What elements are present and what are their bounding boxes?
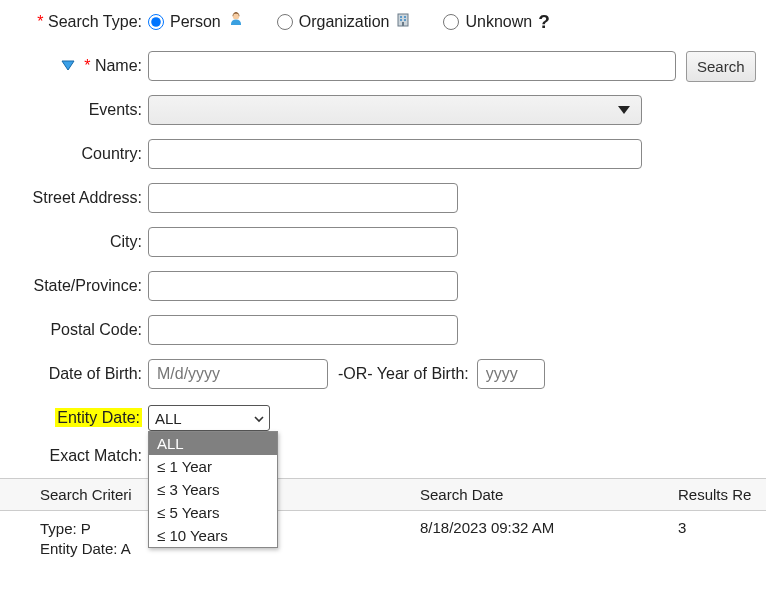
radio-person-label: Person [170,13,221,31]
or-yob-label: -OR- Year of Birth: [338,365,469,383]
svg-rect-3 [400,16,402,18]
events-label: Events: [0,101,148,119]
col-header-date: Search Date [410,479,668,510]
dropdown-option-all[interactable]: ALL [149,432,277,455]
svg-marker-8 [62,61,74,70]
radio-person-input[interactable] [148,14,164,30]
radio-unknown-label: Unknown [465,13,532,31]
radio-unknown[interactable]: Unknown ? [443,11,549,33]
name-label-col: * Name: [0,57,148,76]
street-input[interactable] [148,183,458,213]
entity-date-selected-value: ALL [155,410,182,427]
results-header-row: Search Criteri Search Date Results Re [0,478,766,511]
svg-rect-5 [400,19,402,21]
collapse-toggle-icon[interactable] [60,57,76,75]
radio-person[interactable]: Person [148,11,245,33]
dropdown-option-3yr[interactable]: ≤ 3 Years [149,478,277,501]
entity-date-dropdown: ALL ≤ 1 Year ≤ 3 Years ≤ 5 Years ≤ 10 Ye… [148,431,278,548]
radio-unknown-input[interactable] [443,14,459,30]
question-icon: ? [538,11,550,33]
results-row[interactable]: Type: P Entity Date: A 8/18/2023 09:32 A… [0,511,766,568]
building-icon [395,12,411,32]
svg-rect-7 [402,22,404,26]
city-label: City: [0,233,148,251]
search-type-label: * Search Type: [0,13,148,31]
entity-date-select[interactable]: ALL ALL ≤ 1 Year ≤ 3 Years ≤ 5 Years ≤ 1… [148,405,270,431]
state-label: State/Province: [0,277,148,295]
caret-down-icon [617,101,631,119]
entity-date-label: Entity Date: [55,408,142,427]
search-button[interactable]: Search [686,51,756,82]
yob-input[interactable] [477,359,545,389]
state-input[interactable] [148,271,458,301]
country-label: Country: [0,145,148,163]
radio-organization[interactable]: Organization [277,12,412,32]
dropdown-option-5yr[interactable]: ≤ 5 Years [149,501,277,524]
person-icon [227,11,245,33]
dob-label: Date of Birth: [0,365,148,383]
dob-input[interactable] [148,359,328,389]
dropdown-option-10yr[interactable]: ≤ 10 Years [149,524,277,547]
svg-marker-9 [618,106,630,114]
postal-label: Postal Code: [0,321,148,339]
col-header-results: Results Re [668,479,766,510]
radio-organization-input[interactable] [277,14,293,30]
svg-rect-4 [404,16,406,18]
country-input[interactable] [148,139,642,169]
svg-rect-6 [404,19,406,21]
search-type-radio-group: Person Organization Unknown ? [148,11,550,33]
result-date: 8/18/2023 09:32 AM [410,517,668,562]
dropdown-option-1yr[interactable]: ≤ 1 Year [149,455,277,478]
radio-organization-label: Organization [299,13,390,31]
city-input[interactable] [148,227,458,257]
events-select[interactable] [148,95,642,125]
name-input[interactable] [148,51,676,81]
entity-date-label-col: Entity Date: [0,409,148,427]
street-label: Street Address: [0,189,148,207]
exact-match-label: Exact Match: [0,447,148,465]
chevron-down-icon [253,410,265,427]
postal-input[interactable] [148,315,458,345]
result-count: 3 [668,517,766,562]
